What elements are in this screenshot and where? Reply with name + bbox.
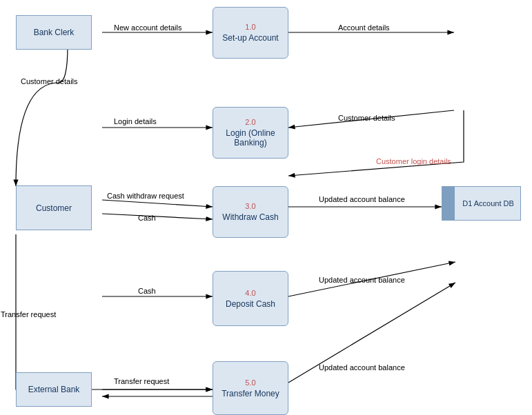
svg-line-6 (102, 214, 213, 219)
label-customer-details-db: Customer details (338, 114, 395, 122)
datastore-label: D1 Account DB (462, 199, 514, 208)
customer-entity: Customer (16, 185, 92, 230)
process-2-number: 2.0 (245, 118, 255, 126)
customer-label: Customer (36, 203, 72, 213)
process-1-label: Set-up Account (222, 33, 278, 43)
process-1: 1.0 Set-up Account (213, 7, 288, 59)
external-bank-label: External Bank (28, 385, 80, 394)
process-1-number: 1.0 (245, 23, 255, 31)
label-cash-withdraw2: Cash (138, 214, 156, 222)
label-updated-balance-transfer: Updated account balance (319, 363, 405, 372)
label-account-details: Account details (338, 23, 390, 32)
external-bank-entity: External Bank (16, 372, 92, 407)
label-updated-balance-deposit: Updated account balance (319, 276, 405, 284)
process-5-label: Transfer Money (221, 389, 279, 398)
process-4-number: 4.0 (245, 289, 255, 297)
label-new-account: New account details (114, 23, 181, 32)
process-2-label: Login (Online Banking) (213, 128, 288, 148)
label-customer-login: Customer login details (376, 157, 451, 165)
svg-line-5 (102, 200, 213, 207)
process-2: 2.0 Login (Online Banking) (213, 107, 288, 159)
label-cash-withdraw: Cash withdraw request (107, 192, 184, 200)
label-login-details: Login details (114, 117, 157, 125)
label-customer-details-clerk: Customer details (21, 77, 78, 85)
process-5-number: 5.0 (245, 378, 255, 387)
process-3-label: Withdraw Cash (222, 212, 278, 222)
diagram: Bank Clerk 1.0 Set-up Account 2.0 Login … (0, 0, 532, 415)
process-4-label: Deposit Cash (226, 299, 275, 309)
bank-clerk-label: Bank Clerk (34, 28, 75, 37)
process-5: 5.0 Transfer Money (213, 361, 288, 415)
process-3-number: 3.0 (245, 202, 255, 210)
label-cash-deposit: Cash (138, 287, 156, 295)
account-db-datastore: D1 Account DB (442, 186, 521, 221)
bank-clerk-entity: Bank Clerk (16, 15, 92, 50)
process-3: 3.0 Withdraw Cash (213, 186, 288, 238)
label-updated-balance-withdraw: Updated account balance (319, 195, 405, 203)
process-4: 4.0 Deposit Cash (213, 271, 288, 326)
label-transfer-request-bottom: Transfer request (114, 377, 169, 385)
label-transfer-request-left: Transfer request (1, 310, 56, 318)
